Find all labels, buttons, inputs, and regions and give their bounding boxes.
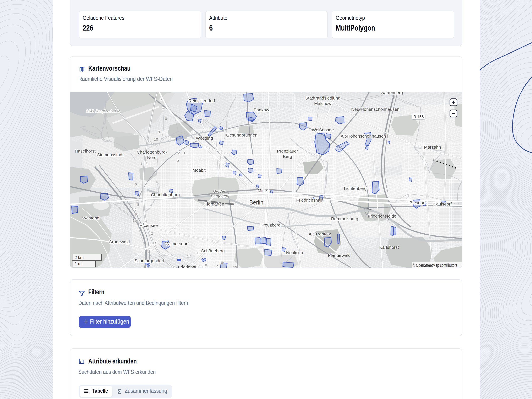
svg-text:3: 3 — [177, 159, 179, 163]
svg-text:7: 7 — [137, 198, 139, 202]
svg-text:13: 13 — [149, 232, 153, 236]
svg-text:Prenzlauer: Prenzlauer — [277, 148, 298, 153]
svg-text:7: 7 — [162, 107, 164, 111]
svg-text:2 km: 2 km — [75, 255, 83, 260]
svg-text:Reinickendorf: Reinickendorf — [188, 98, 215, 103]
svg-text:Charlottenburg-: Charlottenburg- — [137, 150, 167, 154]
svg-text:17: 17 — [187, 254, 191, 258]
svg-text:2: 2 — [178, 151, 180, 155]
svg-text:18: 18 — [219, 261, 223, 265]
svg-text:10: 10 — [154, 138, 158, 142]
svg-text:8: 8 — [137, 203, 139, 206]
svg-text:14: 14 — [153, 241, 157, 245]
svg-text:Friedrichshain: Friedrichshain — [296, 198, 324, 202]
svg-text:Schmargendorf: Schmargendorf — [134, 258, 164, 263]
svg-text:Alt-Treptow: Alt-Treptow — [309, 232, 331, 236]
svg-text:Biesdorf: Biesdorf — [409, 200, 425, 205]
svg-text:Malchow: Malchow — [314, 101, 332, 106]
svg-text:6: 6 — [135, 182, 137, 187]
svg-text:11: 11 — [133, 219, 136, 223]
svg-text:Karlshorst: Karlshorst — [379, 245, 399, 250]
svg-text:Kaulsdorf: Kaulsdorf — [433, 202, 452, 206]
svg-text:Gesundbrunnen: Gesundbrunnen — [226, 133, 258, 137]
svg-text:Neu-Hohenschönhausen: Neu-Hohenschönhausen — [351, 107, 399, 112]
svg-text:Wartenberg: Wartenberg — [380, 92, 403, 95]
svg-text:8: 8 — [165, 117, 167, 121]
svg-text:Grunewald: Grunewald — [109, 239, 130, 244]
svg-text:2: 2 — [216, 265, 218, 268]
svg-text:Friedrichsfelde: Friedrichsfelde — [368, 214, 396, 219]
svg-text:Alt-Hohenschönhausen: Alt-Hohenschönhausen — [341, 134, 386, 138]
svg-text:Neukölln: Neukölln — [286, 250, 303, 255]
svg-text:Wedding: Wedding — [196, 136, 213, 141]
svg-text:Friedenau: Friedenau — [178, 264, 198, 268]
svg-text:Stadtrandsiedlung: Stadtrandsiedlung — [305, 96, 340, 100]
svg-text:4: 4 — [140, 162, 142, 166]
svg-text:© OpenStreetMap contributors: © OpenStreetMap contributors — [412, 263, 457, 268]
svg-text:Berlin: Berlin — [249, 199, 263, 206]
svg-text:Lichtenberg: Lichtenberg — [344, 186, 367, 191]
svg-text:Tiergarten: Tiergarten — [205, 202, 224, 206]
svg-text:9: 9 — [158, 130, 160, 134]
svg-text:Plänterwald: Plänterwald — [328, 253, 351, 258]
svg-text:Wilmersdorf: Wilmersdorf — [165, 241, 189, 246]
svg-text:Mitte: Mitte — [258, 188, 267, 193]
svg-text:9: 9 — [134, 208, 136, 212]
svg-text:Schöneberg: Schöneberg — [201, 248, 225, 253]
svg-text:Rummelsburg: Rummelsburg — [331, 216, 358, 221]
svg-text:LSG Jungfernheide: LSG Jungfernheide — [86, 109, 120, 113]
svg-text:Moabit: Moabit — [192, 168, 205, 173]
svg-text:1: 1 — [184, 151, 185, 155]
svg-text:18: 18 — [203, 263, 207, 267]
svg-text:Großer: Großer — [213, 189, 226, 193]
svg-text:Westend: Westend — [82, 215, 100, 220]
svg-text:Tiergarten: Tiergarten — [210, 194, 228, 198]
svg-text:Charlottenburg: Charlottenburg — [151, 192, 180, 197]
svg-text:6: 6 — [160, 97, 162, 101]
svg-text:Pankow: Pankow — [254, 107, 269, 112]
svg-text:19: 19 — [233, 265, 237, 268]
svg-text:Kreuzberg: Kreuzberg — [260, 223, 281, 227]
svg-text:Weißensee: Weißensee — [312, 127, 334, 132]
svg-text:Berg: Berg — [283, 154, 292, 159]
svg-text:10: 10 — [134, 212, 138, 216]
svg-text:Marzahn: Marzahn — [424, 145, 441, 149]
svg-text:B 158: B 158 — [413, 115, 424, 119]
svg-text:15: 15 — [197, 251, 201, 255]
svg-text:1 mi: 1 mi — [75, 261, 82, 266]
svg-text:Nord: Nord — [147, 155, 157, 160]
svg-text:Siemensstadt: Siemensstadt — [97, 152, 123, 157]
svg-text:12: 12 — [143, 222, 146, 226]
svg-text:Haselhorst: Haselhorst — [75, 148, 96, 153]
svg-text:3: 3 — [146, 162, 147, 166]
svg-text:Halensee: Halensee — [139, 223, 158, 228]
